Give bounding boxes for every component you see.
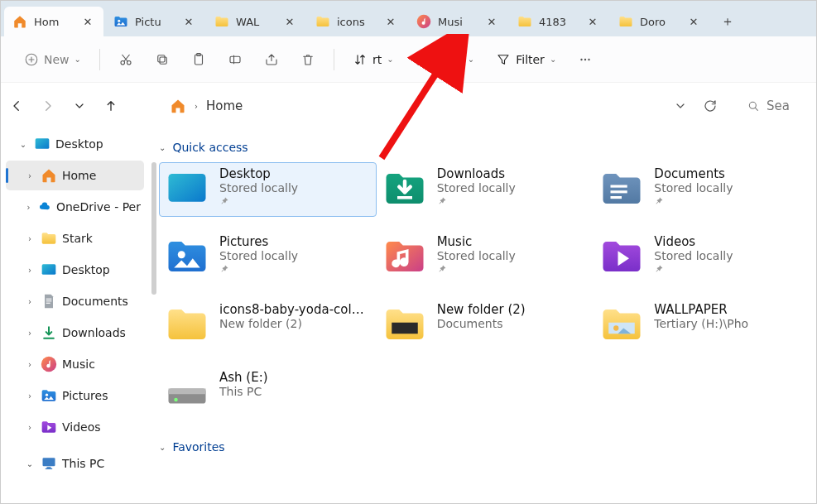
card-sub: New folder (2)	[219, 317, 371, 330]
sidebar-item-videos[interactable]: › Videos	[6, 412, 144, 442]
separator	[99, 49, 100, 70]
folder-icon	[382, 302, 427, 347]
chevron-right-icon: ›	[24, 423, 36, 432]
card-icons8[interactable]: icons8-baby-yoda-color-... New folder (2…	[159, 298, 377, 353]
chevron-down-icon: ⌄	[159, 143, 166, 152]
share-button[interactable]	[256, 45, 287, 74]
card-wallpaper[interactable]: WALLPAPER Tertiary (H:)\Pho	[594, 298, 811, 353]
sidebar-item-this-pc[interactable]: ⌄ This PC	[6, 449, 144, 478]
card-sub: Stored locally	[219, 181, 298, 194]
pin-icon	[219, 196, 298, 209]
close-icon[interactable]: ✕	[585, 14, 600, 29]
copy-button[interactable]	[147, 45, 178, 74]
card-videos[interactable]: Videos Stored locally	[594, 230, 811, 285]
sort-button[interactable]: rt ⌄	[344, 45, 402, 74]
sidebar-item-downloads[interactable]: › Downloads	[6, 318, 144, 348]
close-icon[interactable]: ✕	[686, 14, 701, 29]
tab-doro[interactable]: Doro ✕	[610, 7, 709, 36]
recent-button[interactable]	[70, 97, 89, 115]
delete-icon	[300, 52, 315, 67]
chevron-down-icon[interactable]	[670, 95, 691, 117]
sidebar-item-music[interactable]: › Music	[6, 349, 144, 379]
folder-icon	[517, 14, 532, 29]
rename-icon	[228, 52, 243, 67]
breadcrumb[interactable]: › Home	[161, 90, 730, 122]
close-icon[interactable]: ✕	[484, 14, 499, 29]
home-icon	[170, 98, 186, 114]
tab-4183[interactable]: 4183 ✕	[509, 7, 608, 36]
tab-music[interactable]: Musi ✕	[408, 7, 507, 36]
paste-button[interactable]	[183, 45, 214, 74]
card-downloads[interactable]: Downloads Stored locally	[377, 162, 594, 217]
sidebar-item-label: Downloads	[62, 326, 126, 339]
refresh-button[interactable]	[699, 95, 721, 117]
pin-icon	[654, 196, 733, 209]
pin-icon	[219, 264, 298, 276]
section-favorites[interactable]: ⌄ Favorites	[159, 440, 816, 454]
view-label: View	[435, 53, 463, 66]
tab-pictures[interactable]: Pictu ✕	[105, 7, 204, 36]
up-button[interactable]	[102, 97, 120, 115]
chevron-right-icon: ›	[24, 360, 36, 369]
sidebar-item-label: Videos	[62, 420, 101, 434]
close-icon[interactable]: ✕	[181, 14, 196, 29]
quick-access-grid: Desktop Stored locally Downloads Stored …	[159, 162, 816, 420]
document-icon	[41, 293, 57, 310]
pc-icon	[41, 455, 57, 472]
card-ash-drive[interactable]: Ash (E:) This PC	[159, 366, 377, 420]
sidebar-item-label: Documents	[62, 295, 128, 308]
picture-icon	[41, 387, 57, 404]
tab-label: Musi	[438, 16, 478, 28]
sidebar-root-desktop[interactable]: ⌄ Desktop	[6, 129, 144, 159]
close-icon[interactable]: ✕	[282, 14, 297, 29]
card-sub: Stored locally	[654, 181, 733, 194]
card-desktop[interactable]: Desktop Stored locally	[159, 162, 377, 217]
search-input[interactable]: Sea	[740, 90, 805, 122]
tab-wal[interactable]: WAL ✕	[206, 7, 305, 36]
close-icon[interactable]: ✕	[80, 14, 95, 29]
card-pictures[interactable]: Pictures Stored locally	[159, 230, 377, 285]
paste-icon	[191, 52, 206, 67]
new-tab-button[interactable]: ＋	[711, 7, 744, 36]
sidebar-item-pictures[interactable]: › Pictures	[6, 381, 144, 410]
close-icon[interactable]: ✕	[383, 14, 398, 29]
drive-icon	[165, 370, 209, 415]
chevron-right-icon: ›	[195, 102, 198, 111]
section-quick-access[interactable]: ⌄ Quick access	[159, 141, 816, 154]
sidebar-item-stark[interactable]: › Stark	[6, 223, 144, 253]
folder-icon	[618, 14, 633, 29]
chevron-down-icon: ⌄	[159, 443, 166, 452]
sidebar-item-onedrive[interactable]: › OneDrive - Per	[6, 192, 144, 222]
tab-label: Doro	[640, 16, 680, 28]
back-button[interactable]	[7, 97, 26, 115]
card-name: Pictures	[219, 234, 298, 249]
sidebar-item-label: Desktop	[55, 137, 103, 151]
chevron-right-icon: ›	[24, 297, 36, 306]
card-sub: Stored locally	[654, 249, 733, 262]
new-label: New	[44, 53, 70, 66]
desktop-icon	[41, 262, 57, 278]
sidebar-item-desktop[interactable]: › Desktop	[6, 255, 144, 285]
folder-icon	[315, 14, 330, 29]
sidebar-item-documents[interactable]: › Documents	[6, 286, 144, 316]
download-icon	[382, 166, 427, 211]
tab-home[interactable]: Hom ✕	[4, 7, 103, 36]
section-label: Favorites	[172, 440, 224, 454]
sort-icon	[353, 52, 368, 67]
tab-label: Hom	[34, 16, 74, 28]
card-new-folder-2[interactable]: New folder (2) Documents	[377, 298, 594, 353]
card-sub: Stored locally	[437, 249, 516, 262]
filter-icon	[496, 52, 511, 67]
tab-icons[interactable]: icons ✕	[307, 7, 406, 36]
chevron-right-icon: ›	[24, 329, 36, 338]
search-icon	[747, 99, 760, 113]
card-documents[interactable]: Documents Stored locally	[594, 162, 811, 217]
forward-button[interactable]	[39, 97, 57, 115]
copy-icon	[155, 52, 170, 67]
chevron-right-icon: ›	[24, 203, 33, 212]
more-button[interactable]	[569, 45, 601, 74]
card-music[interactable]: Music Stored locally	[377, 230, 594, 285]
sidebar-item-home[interactable]: › Home	[6, 161, 144, 190]
chevron-down-icon: ⌄	[74, 55, 81, 64]
onedrive-icon	[38, 199, 51, 215]
